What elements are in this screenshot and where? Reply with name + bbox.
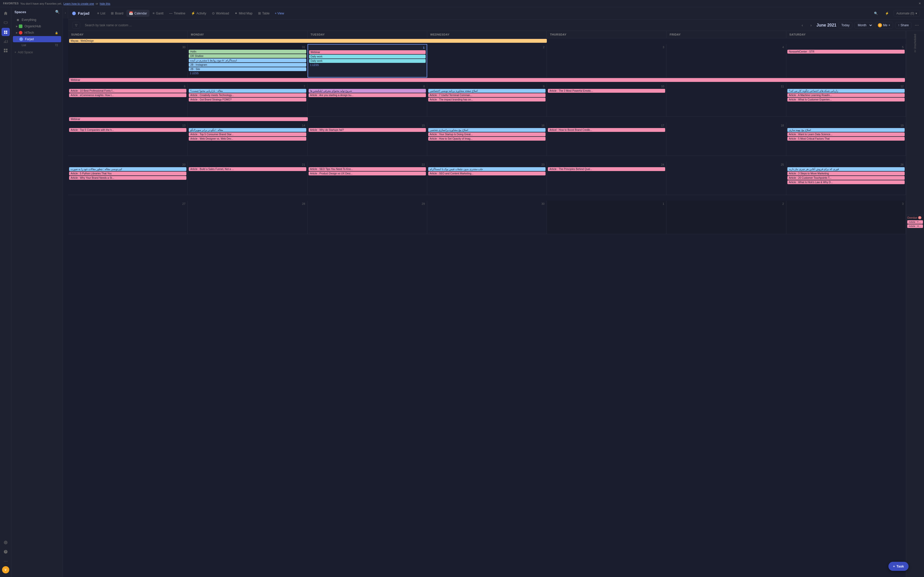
overdue-item-1[interactable]: Article : The Ultimate A-Z of Market... (907, 220, 923, 224)
event-opacity[interactable]: Article : How to Set Opacity of Imag... (428, 137, 546, 141)
event-qual-principles[interactable]: Article : The Principles Behind Qual... (548, 167, 665, 171)
sidebar-item-everything[interactable]: ⊞ Everything (13, 17, 61, 23)
event-daily-work-2[interactable]: Daily work (309, 59, 426, 63)
event-data-science[interactable]: Article : Want to Learn Data Science... (787, 132, 905, 136)
event-web-designer[interactable]: Article : Web Designer vs. Web Dev... (189, 137, 306, 141)
tab-table[interactable]: ⊞ Table (255, 10, 272, 17)
event-customer-exp[interactable]: Article : What Is Customer Experien... (787, 98, 905, 102)
event-ecommerce-insights[interactable]: Article : eCommerce insights: How t... (69, 93, 186, 97)
event-seo-page[interactable]: اصلاح پیج بهینه سازی (787, 128, 905, 132)
sidebar-item-hitech[interactable]: ▶ HiTech 🔒 (13, 30, 61, 36)
event-powerful-emotions[interactable]: Article : The 3 Most Powerful Emotic... (548, 89, 665, 93)
event-top5-companies[interactable]: Article : Top 5 Companies with the h... (69, 128, 186, 132)
add-view-button[interactable]: + View (273, 10, 286, 16)
rail-more-icon[interactable]: ⋯ (2, 557, 10, 565)
event-personal-brand[interactable]: اصلاح پیج مشاوره برانسازی شخصی (428, 128, 546, 132)
less-button-jun1[interactable]: 1 LESS (309, 63, 426, 67)
rail-inbox-icon[interactable] (2, 19, 10, 27)
month-select[interactable]: Month Week Day (855, 22, 873, 28)
tab-timeline[interactable]: — Timeline (166, 10, 188, 17)
search-input[interactable] (83, 23, 796, 28)
hide-link[interactable]: hide this (100, 2, 110, 5)
event-2b-site[interactable]: 2B : Site (189, 67, 306, 71)
event-content-marketing[interactable]: مقاله : بازاریابی محتوا چیست؟ (189, 89, 306, 93)
tab-board[interactable]: ⊞ Board (108, 10, 126, 17)
overdue-item-2[interactable]: Article : How To Become A Brand St... (907, 224, 923, 228)
event-instagram-future[interactable]: اینستاگرام : ۵ موج روابط با مشتری در آین… (189, 58, 306, 62)
event-social-algorithm[interactable]: زاربایی شبکه های اجتماعی چگونه کار می کن… (787, 89, 905, 93)
less-button-may31[interactable]: 1 LESS (189, 72, 306, 75)
event-dr-shafiee[interactable]: DR Shafiee (189, 54, 306, 58)
event-startup-fail[interactable]: Article : Why do Startups fail? (309, 128, 426, 132)
date-13: 13 (69, 123, 186, 128)
sidebar-item-farjad[interactable]: ▼ Farjad (13, 36, 61, 42)
event-product-design[interactable]: Article : Product Design vs UX Desi... (309, 172, 426, 176)
event-hicks-law[interactable]: Article : What Is Hick's Law & Why D... (787, 181, 905, 184)
webinar-week2-event[interactable]: Webinar (69, 78, 905, 82)
sidebar-item-organichub[interactable]: ▶ OrganicHub (13, 23, 61, 29)
more-options-button[interactable]: ⋯ (914, 22, 920, 29)
event-design-business[interactable]: Article : Are you starting a design bu..… (309, 93, 426, 97)
lightning-button[interactable]: ⚡ (882, 10, 892, 16)
rail-pulse-icon[interactable] (2, 28, 10, 36)
learn-link[interactable]: Learn how to create one (63, 2, 94, 5)
event-brand-credib[interactable]: Articel : How to Boost Brand Credib... (548, 128, 665, 132)
event-attract-customers[interactable]: جلب مشتری بدون تبلیغات فیس بوک یا اینستا… (428, 167, 546, 171)
event-ml-roadmap[interactable]: Article : A Machine Learning Roadm... (787, 93, 905, 97)
sidebar-search-icon[interactable]: 🔍 (55, 10, 60, 14)
automate-button[interactable]: Automate (0) ▾ (893, 10, 920, 17)
event-seo-content[interactable]: Article : SEO and Content Marketing... (428, 172, 546, 176)
prev-month-button[interactable]: ‹ (799, 22, 806, 29)
event-20-touchpoints[interactable]: Article : 20 Customer Touchpoints T... (787, 176, 905, 180)
rail-apps-icon[interactable] (2, 47, 10, 55)
event-brand-strategy[interactable]: Article : Why Your Brand Needs a St... (69, 176, 186, 180)
sidebar-collapse-button[interactable]: ‹ (63, 7, 68, 19)
close-icon[interactable]: ✕ (919, 2, 921, 5)
next-month-button[interactable]: › (808, 22, 814, 29)
event-dev-consulting[interactable]: اصلاح صفحه مشاوره برنامه نویسی اختصاصی (428, 89, 546, 93)
event-noraseht[interactable]: NorasehtCenter : STR (787, 50, 905, 53)
event-seo-tips[interactable]: Article : SEO Tips You Need To Kno... (309, 167, 426, 171)
event-branding-impact[interactable]: Article : The impact branding has on... (428, 98, 546, 102)
event-daily-work-1[interactable]: Daily work (309, 55, 426, 58)
tab-activity[interactable]: ⚡ Activity (189, 10, 209, 17)
event-creativity-tech[interactable]: Article : Creativity meets Technology... (189, 93, 306, 97)
event-critical-factors[interactable]: Article : 5 Most Critical Factors That (787, 137, 905, 141)
event-app-content[interactable]: شروع تولید محتوای معرفی اپلیکیشن ها (309, 89, 426, 93)
add-space-button[interactable]: + Add Space (11, 49, 63, 56)
filter-button[interactable]: ▽ (72, 22, 80, 29)
event-sales-funnel[interactable]: Article : Build a Sales Funnel, Not a ..… (189, 167, 306, 171)
event-hofin[interactable]: Hofin (189, 50, 306, 53)
search-button[interactable]: 🔍 (871, 10, 880, 16)
tab-mindmap[interactable]: ✦ Mind Map (232, 10, 255, 17)
event-10-best-fonts[interactable]: Article : 10 Best Professional Fonts f..… (69, 89, 186, 93)
rail-goals-icon[interactable] (2, 538, 10, 546)
mayaa-webdesign-event[interactable]: Mayaa : WebDesign (69, 39, 547, 43)
share-button[interactable]: ↑ Share (895, 22, 912, 28)
event-3-steps-marketing[interactable]: Article : 3 Steps to Move Marketing (787, 172, 905, 176)
event-brand-fomo[interactable]: Article : Got Brand Strategy FOMO? (189, 98, 306, 102)
tab-gantt[interactable]: ≡ Gantt (150, 10, 166, 17)
event-online-sales[interactable]: قوری که برای فروش آنلاین هر چیزی نیاز دا… (787, 167, 905, 171)
tab-list[interactable]: ≡ List (95, 10, 108, 17)
rail-reports-icon[interactable] (2, 37, 10, 45)
event-python-libs[interactable]: Article : 5 Python Libraries That You (69, 172, 186, 176)
event-consumer-brand[interactable]: Article : Top 5 Consumer Brand Star... (189, 132, 306, 136)
week2-span-webinar: Webinar (69, 78, 905, 83)
event-2b-instagram[interactable]: 2B : Instagram (189, 63, 306, 67)
user-avatar[interactable]: V (2, 566, 9, 574)
webinar-week3-event[interactable]: Webinar (69, 117, 308, 121)
rail-home-icon[interactable] (2, 9, 10, 18)
me-button[interactable]: V Me + (875, 22, 893, 29)
today-button[interactable]: Today (838, 22, 852, 28)
add-task-button[interactable]: + Task (888, 562, 908, 571)
event-ego-super[interactable]: مقاله : ایگو در برابر سوپراایگو (189, 128, 306, 132)
event-terminal-commands[interactable]: Article : 7 Useful Terminal Comman... (428, 93, 546, 97)
tab-calendar[interactable]: 📅 Calendar (126, 10, 150, 17)
sidebar-subitem-list[interactable]: List 72 (13, 42, 61, 48)
event-copywriting[interactable]: کپی‌نویسی مقاله : چطور مقالات خود را به … (69, 167, 186, 171)
tab-workload[interactable]: ⊙ Workload (209, 10, 231, 17)
event-webinar-jun1[interactable]: Webinar (309, 50, 426, 54)
event-startup-great[interactable]: Article : Your Startup Is Doing Great... (428, 132, 546, 136)
rail-help-icon[interactable] (2, 548, 10, 556)
